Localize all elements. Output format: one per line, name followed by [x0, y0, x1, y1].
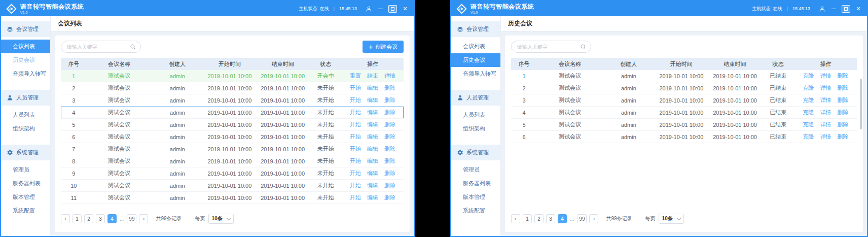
sidebar-group-header[interactable]: 会议管理	[451, 21, 500, 37]
sidebar-item[interactable]: 服务器列表	[451, 177, 500, 190]
row-action-link[interactable]: 详情	[384, 72, 395, 80]
row-action-link[interactable]: 开始	[350, 84, 361, 92]
row-action-link[interactable]: 编辑	[367, 84, 378, 92]
titlebar[interactable]: 语音转写智能会议系统 V1.0 主机状态: 在线 | 15:45:13 ✕	[1, 1, 414, 16]
row-action-link[interactable]: 编辑	[367, 194, 378, 201]
search-input[interactable]	[66, 44, 130, 50]
row-action-link[interactable]: 删除	[838, 133, 849, 141]
titlebar[interactable]: 语音转写智能会议系统 V1.0 主机状态: 在线 | 15:45:13 ✕	[451, 1, 867, 16]
row-action-link[interactable]: 开始	[350, 170, 361, 177]
row-action-link[interactable]: 删除	[384, 182, 395, 189]
close-button[interactable]: ✕	[402, 5, 409, 13]
sidebar-item[interactable]: 人员列表	[1, 108, 50, 122]
row-action-link[interactable]: 编辑	[367, 96, 378, 104]
page-button[interactable]: 3	[96, 214, 105, 223]
page-button[interactable]: 99	[127, 214, 136, 223]
table-row[interactable]: 8测试会议admin2019-10-01 10:002019-10-01 10:…	[61, 155, 404, 167]
scrollbar-thumb[interactable]	[860, 79, 862, 129]
table-row[interactable]: 7测试会议admin2019-10-01 10:002019-10-01 10:…	[61, 143, 404, 155]
row-action-link[interactable]: 删除	[384, 133, 395, 141]
sidebar-item[interactable]: 组织架构	[451, 122, 500, 136]
prev-page-button[interactable]: ‹	[61, 214, 70, 223]
table-row[interactable]: 2测试会议admin2019-10-01 10:002019-10-01 10:…	[511, 82, 857, 94]
row-action-link[interactable]: 开始	[350, 157, 361, 165]
sidebar-item[interactable]: 音频导入转写	[1, 67, 50, 81]
per-page-select[interactable]: 10条	[208, 214, 234, 224]
minimize-button[interactable]	[830, 5, 837, 13]
table-row[interactable]: 5测试会议admin2019-10-01 10:002019-10-01 10:…	[61, 119, 404, 131]
row-action-link[interactable]: 删除	[384, 145, 395, 153]
row-action-link[interactable]: 删除	[838, 96, 849, 104]
row-action-link[interactable]: 删除	[838, 121, 849, 128]
table-row[interactable]: 2测试会议admin2019-10-01 10:002019-10-01 10:…	[61, 82, 404, 94]
row-action-link[interactable]: 开始	[350, 121, 361, 128]
row-action-link[interactable]: 编辑	[367, 133, 378, 141]
row-action-link[interactable]: 编辑	[367, 157, 378, 165]
page-button[interactable]: 4	[558, 214, 567, 223]
table-row[interactable]: 6测试会议admin2019-10-01 10:002019-10-01 10:…	[61, 131, 404, 143]
sidebar-item[interactable]: 会议列表	[451, 40, 500, 53]
next-page-button[interactable]: ›	[139, 214, 148, 223]
sidebar-item[interactable]: 系统配置	[451, 204, 500, 218]
table-row[interactable]: 6测试会议admin2019-10-01 10:002019-10-01 10:…	[511, 131, 857, 143]
row-action-link[interactable]: 克隆	[803, 96, 814, 104]
sidebar-item[interactable]: 音频导入转写	[451, 67, 500, 81]
row-action-link[interactable]: 删除	[384, 109, 395, 116]
row-action-link[interactable]: 克隆	[803, 133, 814, 141]
row-action-link[interactable]: 详情	[820, 72, 831, 80]
row-action-link[interactable]: 重置	[350, 72, 361, 80]
maximize-button[interactable]	[388, 5, 397, 13]
table-row[interactable]: 3测试会议admin2019-10-01 10:002019-10-01 10:…	[511, 94, 857, 107]
row-action-link[interactable]: 克隆	[803, 109, 814, 116]
row-action-link[interactable]: 开始	[350, 109, 361, 116]
table-row[interactable]: 4测试会议admin2019-10-01 10:002019-10-01 10:…	[61, 107, 404, 119]
maximize-button[interactable]	[842, 5, 850, 13]
row-action-link[interactable]: 详情	[820, 121, 831, 128]
table-row[interactable]: 3测试会议admin2019-10-01 10:002019-10-01 10:…	[61, 94, 404, 107]
row-action-link[interactable]: 克隆	[803, 121, 814, 128]
sidebar-item[interactable]: 管理员	[451, 163, 500, 177]
row-action-link[interactable]: 删除	[384, 84, 395, 92]
sidebar-group-header[interactable]: 系统管理	[1, 145, 50, 160]
row-action-link[interactable]: 删除	[384, 194, 395, 201]
sidebar-item[interactable]: 人员列表	[451, 108, 500, 122]
row-action-link[interactable]: 编辑	[367, 109, 378, 116]
sidebar-item[interactable]: 版本管理	[451, 190, 500, 204]
per-page-select[interactable]: 10条	[659, 214, 684, 224]
search-input[interactable]	[516, 44, 580, 50]
sidebar-item[interactable]: 历史会议	[1, 53, 50, 67]
sidebar-group-header[interactable]: 系统管理	[451, 145, 500, 160]
row-action-link[interactable]: 克隆	[803, 84, 814, 92]
sidebar-item[interactable]: 系统配置	[1, 204, 50, 218]
row-action-link[interactable]: 详情	[820, 109, 831, 116]
page-button[interactable]: 3	[546, 214, 555, 223]
row-action-link[interactable]: 编辑	[367, 145, 378, 153]
table-row[interactable]: 9测试会议admin2019-10-01 10:002019-10-01 10:…	[61, 167, 404, 180]
row-action-link[interactable]: 开始	[350, 194, 361, 201]
page-button[interactable]: 1	[523, 214, 532, 223]
row-action-link[interactable]: 克隆	[803, 72, 814, 80]
table-row[interactable]: 1测试会议admin2019-10-01 10:002019-10-01 10:…	[511, 70, 857, 82]
row-action-link[interactable]: 开始	[350, 182, 361, 189]
row-action-link[interactable]: 删除	[384, 157, 395, 165]
prev-page-button[interactable]: ‹	[511, 214, 520, 223]
table-row[interactable]: 5测试会议admin2019-10-01 10:002019-10-01 10:…	[511, 119, 857, 131]
row-action-link[interactable]: 删除	[838, 109, 849, 116]
sidebar-group-header[interactable]: 人员管理	[1, 90, 50, 106]
sidebar-item[interactable]: 管理员	[1, 163, 50, 177]
next-page-button[interactable]: ›	[589, 214, 598, 223]
page-button[interactable]: 1	[73, 214, 82, 223]
create-meeting-button[interactable]: + 创建会议	[363, 41, 404, 53]
table-row[interactable]: 4测试会议admin2019-10-01 10:002019-10-01 10:…	[511, 107, 857, 119]
table-row[interactable]: 1测试会议admin2019-10-01 10:002019-10-01 10:…	[61, 70, 404, 82]
row-action-link[interactable]: 详情	[820, 84, 831, 92]
page-button[interactable]: 2	[534, 214, 544, 223]
row-action-link[interactable]: 删除	[384, 121, 395, 128]
user-account-icon[interactable]	[819, 6, 825, 12]
page-button[interactable]: 4	[107, 214, 117, 223]
row-action-link[interactable]: 开始	[350, 145, 361, 153]
row-action-link[interactable]: 详情	[820, 96, 831, 104]
user-account-icon[interactable]	[366, 6, 372, 12]
page-button[interactable]: 2	[84, 214, 93, 223]
sidebar-item[interactable]: 组织架构	[1, 122, 50, 136]
